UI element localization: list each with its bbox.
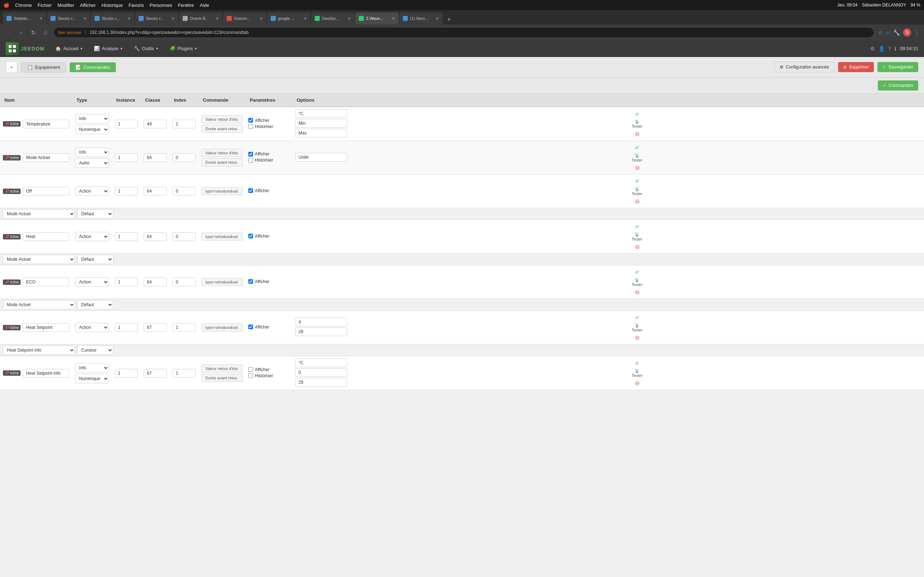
historiser-check-1[interactable] (248, 158, 253, 163)
icone-tag-4[interactable]: 📌 Icône (3, 279, 21, 285)
menu-favoris[interactable]: Favoris (129, 3, 144, 8)
index-input-2[interactable] (173, 187, 195, 195)
delete-row-button-1[interactable]: ⊖ (633, 163, 641, 172)
sub-select-right-4[interactable]: Défaut (77, 300, 113, 309)
tab-7[interactable]: Dashbo... ✕ (311, 12, 354, 24)
address-input[interactable]: Non sécurisé | 192.168.1.36/index.php?v=… (53, 27, 874, 38)
historiser-check-6[interactable] (248, 373, 253, 378)
back-button[interactable]: ‹ (4, 29, 13, 36)
icone-tag-5[interactable]: 📌 Icône (3, 325, 21, 330)
type-select-3[interactable]: Info Action (75, 232, 109, 241)
back-button[interactable]: + (6, 61, 17, 73)
user-icon[interactable]: 👤 (879, 46, 885, 52)
forward-button[interactable]: › (16, 29, 25, 36)
option-input-1-0[interactable] (295, 153, 347, 161)
delete-row-button-4[interactable]: ⊖ (633, 288, 641, 297)
help-icon[interactable]: ? (888, 46, 891, 52)
afficher-check-1[interactable] (248, 152, 253, 156)
index-input-3[interactable] (173, 232, 195, 241)
sub-select-left-5[interactable]: Heat Setpoint info (3, 345, 75, 355)
save-button[interactable]: ✓ Sauvegarder (877, 62, 918, 72)
share-button-4[interactable]: ⇄ (633, 268, 641, 276)
classe-input-2[interactable] (144, 187, 167, 195)
cmd-btn1-0[interactable]: Valeur retour d'éta (201, 115, 242, 123)
afficher-check-3[interactable] (248, 234, 253, 239)
type-select-1[interactable]: Info Action (75, 148, 109, 157)
test-button-2[interactable]: 📡 Tester (633, 187, 641, 195)
index-input-1[interactable] (173, 153, 195, 162)
cmd-btn1-1[interactable]: Valeur retour d'éta (201, 149, 242, 157)
type-sub-select-0[interactable]: Numérique Autre Curseur (75, 125, 109, 134)
sub-select-left-3[interactable]: Mode Actuel (3, 255, 75, 264)
menu-modifier[interactable]: Modifier (57, 3, 74, 8)
icone-tag-0[interactable]: 📌 Icône (3, 121, 21, 127)
tab-3[interactable]: Stocks c... ✕ (135, 12, 178, 24)
option-input-0-0[interactable] (295, 109, 347, 118)
option-input-6-0[interactable] (295, 358, 347, 367)
share-button-1[interactable]: ⇄ (633, 143, 641, 152)
classe-input-4[interactable] (144, 278, 167, 286)
config-advanced-button[interactable]: ⚙ Configuration avancée (774, 62, 835, 73)
sub-select-right-2[interactable]: Défaut (77, 209, 113, 219)
menu-personnes[interactable]: Personnes (150, 3, 172, 8)
tab-close-2[interactable]: ✕ (128, 16, 131, 21)
share-button-3[interactable]: ⇄ (633, 222, 641, 231)
cmd-btn1-5[interactable]: type=setvalue&val (201, 324, 242, 331)
nom-input-0[interactable] (23, 120, 69, 128)
bookmark-icon[interactable]: ☆ (878, 29, 883, 36)
sub-select-right-3[interactable]: Défaut (77, 255, 113, 264)
option-input-5-1[interactable] (295, 327, 347, 336)
test-button-0[interactable]: 📡 Tester (633, 120, 641, 128)
tab-commands[interactable]: 📝 Commandes (69, 62, 116, 72)
tab-add-button[interactable]: + (443, 15, 455, 24)
afficher-check-0[interactable] (248, 118, 253, 122)
extensions-icon[interactable]: 🔧 (893, 29, 900, 36)
sub-select-left-2[interactable]: Mode Actuel (3, 209, 75, 219)
tab-close-5[interactable]: ✕ (260, 16, 263, 21)
test-button-1[interactable]: 📡 Tester (633, 153, 641, 162)
delete-button[interactable]: ⊖ Supprimer (838, 62, 874, 72)
option-input-6-2[interactable] (295, 378, 347, 387)
nom-input-2[interactable] (23, 187, 69, 195)
apple-icon[interactable]: 🍎 (3, 3, 10, 8)
tab-equipment[interactable]: 📋 Equipement (21, 62, 66, 73)
option-input-0-1[interactable] (295, 119, 347, 128)
menu-icon[interactable]: ⋮ (914, 29, 920, 36)
delete-row-button-6[interactable]: ⊖ (633, 379, 641, 388)
instance-input-0[interactable] (115, 120, 138, 128)
nav-analyse[interactable]: 📊 Analyse ▾ (89, 40, 128, 57)
test-button-6[interactable]: 📡 Tester (633, 369, 641, 377)
menu-chrome[interactable]: Chrome (15, 3, 32, 8)
type-select-4[interactable]: Info Action (75, 277, 109, 287)
test-button-3[interactable]: 📡 Tester (633, 232, 641, 241)
share-button-2[interactable]: ⇄ (633, 177, 641, 185)
index-input-4[interactable] (173, 278, 195, 286)
tab-1[interactable]: Stocks c... ✕ (47, 12, 90, 24)
tab-2[interactable]: Stocks c... ✕ (91, 12, 134, 24)
cmd-btn2-1[interactable]: Durée avant retou (201, 158, 242, 166)
afficher-check-5[interactable] (248, 324, 253, 329)
delete-row-button-2[interactable]: ⊖ (633, 197, 641, 206)
tab-close-7[interactable]: ✕ (347, 16, 351, 21)
tab-close-9[interactable]: ✕ (436, 16, 439, 21)
share-button-0[interactable]: ⇄ (633, 110, 641, 118)
tab-8[interactable]: Z-Wave... ✕ (355, 12, 399, 24)
delete-row-button-3[interactable]: ⊖ (633, 242, 641, 251)
linkedin-icon[interactable]: in (886, 30, 890, 35)
refresh-button[interactable]: ↻ (29, 29, 37, 36)
classe-input-3[interactable] (144, 232, 167, 241)
delete-row-button-0[interactable]: ⊖ (633, 130, 641, 139)
share-button-6[interactable]: ⇄ (633, 359, 641, 367)
tab-close-4[interactable]: ✕ (215, 16, 219, 21)
instance-input-3[interactable] (115, 232, 138, 241)
tab-6[interactable]: google ... ✕ (267, 12, 310, 24)
tab-close-6[interactable]: ✕ (304, 16, 307, 21)
option-input-0-2[interactable] (295, 129, 347, 137)
menu-afficher[interactable]: Afficher (80, 3, 96, 8)
afficher-check-2[interactable] (248, 188, 253, 193)
sub-select-right-5[interactable]: Curseur (77, 345, 113, 355)
index-input-6[interactable] (173, 369, 195, 377)
type-sub-select-1[interactable]: Numérique Autre Curseur (75, 158, 109, 168)
type-select-2[interactable]: Info Action (75, 187, 109, 196)
classe-input-5[interactable] (144, 323, 167, 332)
